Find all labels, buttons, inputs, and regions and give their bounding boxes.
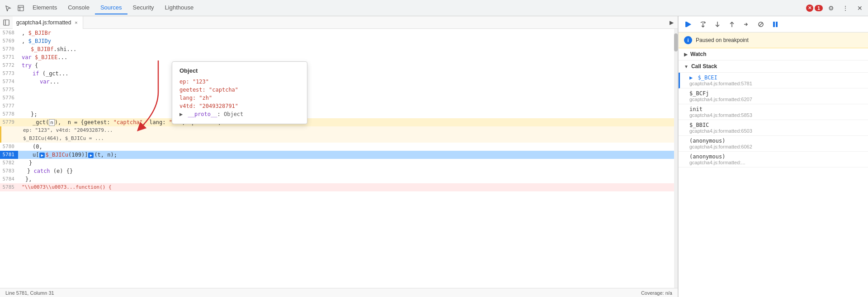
- expand-icon[interactable]: ▶: [179, 111, 183, 117]
- call-stack-section-header[interactable]: ▼ Call Stack: [679, 60, 868, 73]
- file-tab-label: gcaptcha4.js:formatted: [16, 19, 71, 26]
- resume-btn[interactable]: [682, 18, 695, 31]
- watch-triangle-icon: ▶: [684, 52, 688, 57]
- step-btn[interactable]: [740, 18, 753, 31]
- deactivate-btn[interactable]: [755, 18, 767, 31]
- line-num-5770: 5770: [0, 45, 18, 53]
- code-line-5771: 5771 var $_BJIEE...: [0, 53, 678, 61]
- frame-location-4: gcaptcha4.js:formatted:6062: [689, 144, 863, 149]
- call-stack-triangle-icon: ▼: [684, 64, 689, 69]
- frame-location-5: gcaptcha4.js:formatted:...: [689, 160, 863, 165]
- code-line-5780: 5780 (0,: [0, 143, 678, 151]
- line-num-5783: 5783: [0, 167, 18, 175]
- tab-console[interactable]: Console: [62, 1, 95, 14]
- coverage-status: Coverage: n/a: [641, 290, 672, 296]
- settings-icon[interactable]: ⚙: [825, 2, 837, 14]
- call-stack-label: Call Stack: [691, 63, 717, 70]
- devtools-tab-bar: Elements Console Sources Security Lighth…: [0, 0, 868, 16]
- code-line-5778: 5778 };: [0, 110, 678, 118]
- popup-row-geetest: geetest: "captcha": [179, 86, 300, 94]
- line-num-5782: 5782: [0, 159, 18, 167]
- active-frame-icon: ▶: [689, 74, 693, 81]
- scrollbar[interactable]: [674, 29, 678, 288]
- code-line-5776: 5776: [0, 94, 678, 102]
- call-stack-item-1[interactable]: $_BCFj gcaptcha4.js:formatted:6207: [679, 88, 868, 104]
- code-line-5784: 5784 },: [0, 175, 678, 183]
- line-num-5768: 5768: [0, 29, 18, 37]
- line-num-5772: 5772: [0, 61, 18, 70]
- frame-name-3: $_BBIC: [689, 122, 863, 128]
- inline-tooltip-strip: 5779 ep: "123", v4td: "204932879...: [0, 126, 678, 135]
- svg-marker-5: [687, 22, 691, 27]
- tab-security[interactable]: Security: [127, 1, 160, 14]
- file-tab-bar: gcaptcha4.js:formatted × ▶: [0, 16, 678, 29]
- frame-name-1: $_BCFj: [689, 90, 863, 97]
- frame-location-3: gcaptcha4.js:formatted:6503: [689, 128, 863, 134]
- code-line-5785: 5785 "\\u0073\\u0073...function() {: [0, 183, 678, 191]
- tab-lighthouse[interactable]: Lighthouse: [160, 1, 199, 14]
- line-num-5775: 5775: [0, 86, 18, 94]
- code-line-5770: 5770 $_BJIBf.shi...: [0, 45, 678, 53]
- code-line-5777: 5777: [0, 102, 678, 110]
- step-out-btn[interactable]: [726, 18, 738, 31]
- pause-btn[interactable]: [769, 18, 782, 31]
- code-line-5779: 5779 _gct(n), n = {geetest: "captcha", l…: [0, 118, 678, 126]
- svg-rect-12: [773, 22, 775, 27]
- layout-icon[interactable]: [14, 2, 27, 14]
- popup-row-lang: lang: "zh": [179, 94, 300, 102]
- sidebar-toggle-icon[interactable]: [0, 16, 13, 29]
- inline-tooltip-strip2: .... $_BJICu(464), $_BJICu = ...: [0, 135, 678, 143]
- code-line-5769: 5769 , $_BJIDy: [0, 37, 678, 45]
- step-into-btn[interactable]: [711, 18, 724, 31]
- call-stack-item-2[interactable]: init gcaptcha4.js:formatted:5853: [679, 104, 868, 120]
- file-tab-gcaptcha[interactable]: gcaptcha4.js:formatted ×: [13, 16, 83, 29]
- call-stack-item-4[interactable]: (anonymous) gcaptcha4.js:formatted:6062: [679, 136, 868, 152]
- code-line-5768: 5768 , $_BJIBr: [0, 29, 678, 37]
- error-badge-container[interactable]: ✕ 1: [806, 5, 823, 12]
- frame-name-5: (anonymous): [689, 153, 863, 160]
- expand-panel-icon[interactable]: ▶: [665, 16, 678, 29]
- n-token: n: [49, 119, 55, 126]
- code-line-5782: 5782 }: [0, 159, 678, 167]
- close-devtools-icon[interactable]: ✕: [854, 2, 866, 14]
- arrow-right-icon: ▶: [88, 153, 94, 158]
- error-circle-icon: ✕: [806, 5, 813, 12]
- step-over-btn[interactable]: [697, 18, 709, 31]
- code-lines-container: 5768 , $_BJIBr 5769 , $_BJIDy 5770: [0, 29, 678, 288]
- popup-row-v4td: v4td: "2049328791": [179, 102, 300, 110]
- line-num-5785: 5785: [0, 183, 18, 191]
- status-bar: Line 5781, Column 31 Coverage: n/a: [0, 288, 678, 297]
- line-num-5784: 5784: [0, 175, 18, 183]
- error-count: 1: [815, 5, 823, 11]
- svg-rect-6: [685, 22, 687, 27]
- scrollbar-thumb: [674, 33, 678, 51]
- tab-elements[interactable]: Elements: [27, 1, 62, 14]
- right-panel: i Paused on breakpoint ▶ Watch ▼ Call St…: [678, 16, 868, 297]
- arrow-left-icon: ▶: [39, 153, 45, 158]
- debugger-controls: [679, 16, 868, 32]
- call-stack-item-3[interactable]: $_BBIC gcaptcha4.js:formatted:6503: [679, 120, 868, 136]
- frame-location-2: gcaptcha4.js:formatted:5853: [689, 112, 863, 118]
- svg-line-11: [759, 23, 763, 26]
- object-popup: Object ep: "123" geetest: "captcha" lang…: [172, 61, 307, 124]
- cursor-icon[interactable]: [2, 2, 14, 14]
- frame-location-1: gcaptcha4.js:formatted:6207: [689, 97, 863, 102]
- line-num-5771: 5771: [0, 53, 18, 61]
- code-editor: 5768 , $_BJIBr 5769 , $_BJIDy 5770: [0, 29, 678, 288]
- line-num-5773: 5773: [0, 70, 18, 78]
- watch-label: Watch: [690, 51, 707, 57]
- call-stack-item-0[interactable]: ▶ $_BCEI gcaptcha4.js:formatted:5781: [679, 73, 868, 88]
- call-stack-item-5[interactable]: (anonymous) gcaptcha4.js:formatted:...: [679, 152, 868, 167]
- file-tab-close-icon[interactable]: ×: [73, 19, 79, 26]
- line-num-5769: 5769: [0, 37, 18, 45]
- tab-sources[interactable]: Sources: [95, 1, 127, 14]
- line-num-5781: 5781: [0, 151, 18, 159]
- main-layout: gcaptcha4.js:formatted × ▶ 5768 , $_BJIB…: [0, 16, 868, 297]
- code-line-5775: 5775: [0, 86, 678, 94]
- line-num-5777: 5777: [0, 102, 18, 110]
- popup-row-proto: ▶ __proto__: Object: [179, 110, 300, 118]
- watch-section-header[interactable]: ▶ Watch: [679, 48, 868, 60]
- sources-panel: gcaptcha4.js:formatted × ▶ 5768 , $_BJIB…: [0, 16, 678, 297]
- more-options-icon[interactable]: ⋮: [839, 2, 852, 14]
- code-line-5783: 5783 } catch (e) {}: [0, 167, 678, 175]
